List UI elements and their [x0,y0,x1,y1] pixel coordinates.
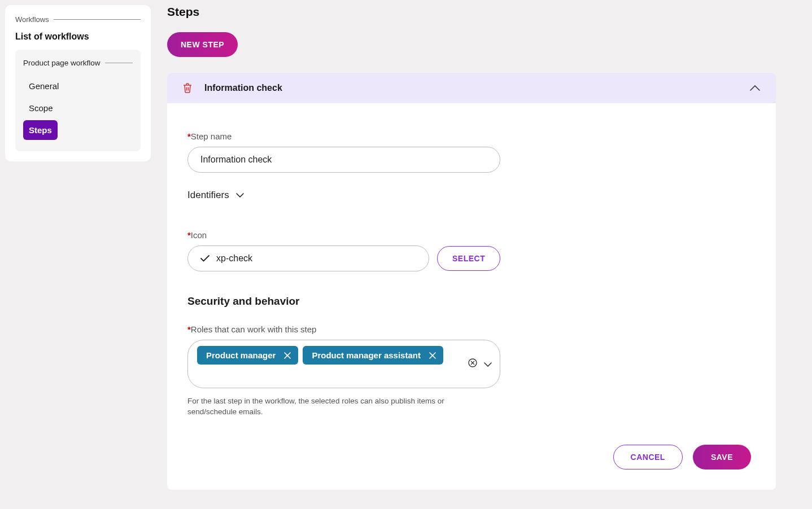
chevron-down-icon[interactable] [484,359,492,369]
icon-input[interactable]: xp-check [187,245,429,271]
remove-role-icon[interactable] [283,352,291,359]
check-icon [200,255,209,262]
security-heading: Security and behavior [187,295,756,308]
role-chip: Product manager [197,346,298,365]
sidebar-workflow-title: Product page workflow [23,59,101,67]
page-title: Steps [167,5,776,19]
identifiers-toggle[interactable]: Identifiers [187,190,756,201]
icon-label: *Icon [187,230,756,240]
step-header[interactable]: Information check [167,73,776,103]
identifiers-label: Identifiers [187,190,229,201]
role-chip-label: Product manager assistant [312,350,421,360]
step-body: *Step name Identifiers *Icon xp-check [167,103,776,490]
clear-all-icon[interactable] [468,358,477,370]
divider [105,63,133,63]
step-name-label: *Step name [187,131,756,141]
roles-controls [468,358,492,370]
role-chip: Product manager assistant [303,346,443,365]
chevron-up-icon[interactable] [750,85,760,91]
step-card: Information check *Step name Identifiers… [167,73,776,490]
roles-label-text: Roles that can work with this step [191,324,317,334]
sidebar-item-steps[interactable]: Steps [23,120,58,140]
trash-icon[interactable] [183,83,192,93]
sidebar-heading: List of workflows [15,32,141,42]
step-header-title: Information check [204,83,282,93]
remove-role-icon[interactable] [429,352,436,359]
role-chip-label: Product manager [206,350,276,360]
save-button[interactable]: SAVE [693,445,751,469]
icon-label-text: Icon [191,230,207,240]
chevron-down-icon [236,193,244,198]
divider [54,19,141,20]
sidebar-title-row: Workflows [15,15,141,24]
roles-help-text: For the last step in the workflow, the s… [187,396,481,418]
icon-field-row: xp-check SELECT [187,245,756,271]
cancel-button[interactable]: CANCEL [613,445,683,469]
new-step-button[interactable]: NEW STEP [167,32,238,57]
select-icon-button[interactable]: SELECT [437,246,500,271]
sidebar-workflow-title-row: Product page workflow [23,59,133,67]
icon-value: xp-check [216,253,252,264]
sidebar-item-general[interactable]: General [23,76,64,96]
roles-label: *Roles that can work with this step [187,324,756,334]
sidebar-workflow-group: Product page workflow General Scope Step… [15,50,141,151]
footer-buttons: CANCEL SAVE [187,445,756,469]
roles-input[interactable]: Product manager Product manager assistan… [187,340,500,388]
sidebar: Workflows List of workflows Product page… [5,5,151,161]
sidebar-title: Workflows [15,15,49,24]
step-name-input[interactable] [187,147,500,173]
step-name-label-text: Step name [191,131,232,141]
main: Steps NEW STEP Information check *Step n… [167,5,776,490]
sidebar-item-scope[interactable]: Scope [23,98,59,118]
